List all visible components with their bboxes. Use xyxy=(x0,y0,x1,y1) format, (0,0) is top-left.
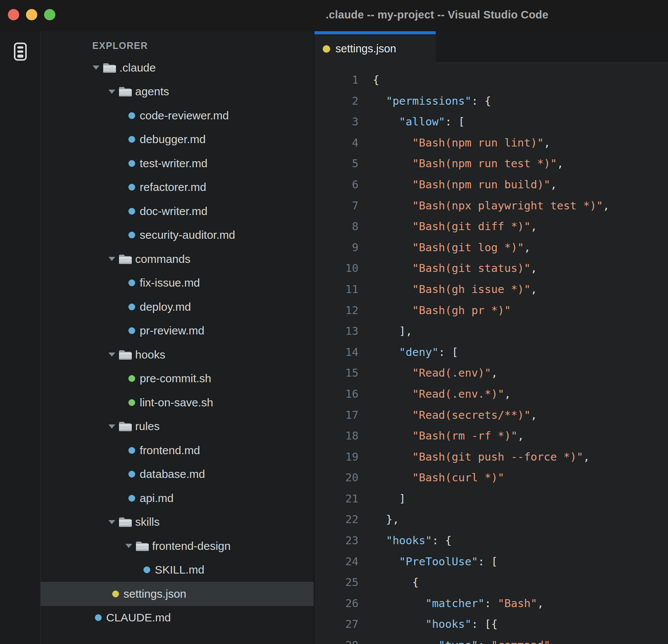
file-dot-icon xyxy=(112,591,119,597)
tree-item-deploy-md[interactable]: deploy.md xyxy=(41,295,314,319)
file-dot-icon xyxy=(143,566,150,573)
code-line: 20 "Bash(curl *)" xyxy=(314,467,668,488)
file-dot-icon xyxy=(128,375,135,382)
line-number: 22 xyxy=(314,509,358,530)
code-text: "Bash(gh issue *)", xyxy=(373,279,537,300)
tree-item-settings-json[interactable]: settings.json xyxy=(41,582,314,606)
zoom-window-button[interactable] xyxy=(44,9,55,20)
code-text: "hooks": { xyxy=(373,530,452,551)
tree-item-label: lint-on-save.sh xyxy=(140,396,213,409)
code-text: "allow": [ xyxy=(373,111,465,133)
tree-item-label: refactorer.md xyxy=(140,181,206,194)
tree-item-label: database.md xyxy=(140,468,205,481)
explorer-sidebar: EXPLORER .claudeagentscode-reviewer.mdde… xyxy=(41,31,314,644)
code-text: "Bash(rm -rf *)", xyxy=(373,426,524,447)
code-line: 24 "PreToolUse": [ xyxy=(314,551,668,572)
line-number: 4 xyxy=(314,133,358,154)
line-number: 13 xyxy=(314,321,358,342)
file-dot-icon xyxy=(128,208,135,215)
code-line: 11 "Bash(gh issue *)", xyxy=(314,279,668,300)
line-number: 9 xyxy=(314,237,358,258)
code-line: 14 "deny": [ xyxy=(314,342,668,363)
line-number: 3 xyxy=(314,111,358,133)
code-line: 13 ], xyxy=(314,321,668,342)
workbench: EXPLORER .claudeagentscode-reviewer.mdde… xyxy=(0,31,668,644)
chevron-down-icon xyxy=(108,424,118,429)
folder-icon xyxy=(118,516,132,528)
tree-item-rules[interactable]: rules xyxy=(41,415,314,439)
code-line: 18 "Bash(rm -rf *)", xyxy=(314,426,668,447)
window-title: .claude -- my-project -- Visual Studio C… xyxy=(326,0,548,29)
file-dot-icon xyxy=(128,160,135,167)
line-number: 1 xyxy=(314,70,358,91)
editor-content[interactable]: 1{2 "permissions": {3 "allow": [4 "Bash(… xyxy=(314,63,668,644)
tree-item-label: fix-issue.md xyxy=(140,276,200,289)
tree-item-label: agents xyxy=(135,85,169,98)
code-text: ] xyxy=(373,488,406,510)
code-text: "Bash(git push --force *)", xyxy=(373,447,590,468)
close-window-button[interactable] xyxy=(8,9,19,20)
line-number: 26 xyxy=(314,593,358,614)
tree-item-pr-review-md[interactable]: pr-review.md xyxy=(41,319,314,343)
code-text: { xyxy=(373,572,419,593)
tree-item-label: frontend.md xyxy=(140,444,200,457)
folder-icon xyxy=(102,62,116,73)
tree-item-claude-md[interactable]: CLAUDE.md xyxy=(41,606,314,630)
code-line: 17 "Read(secrets/**)", xyxy=(314,405,668,426)
folder-icon xyxy=(118,86,132,97)
file-dot-icon xyxy=(128,136,135,143)
tree-item-label: pr-review.md xyxy=(140,324,204,337)
tree-item-api-md[interactable]: api.md xyxy=(41,486,314,510)
explorer-list-icon[interactable] xyxy=(14,43,27,61)
tab-settings-json[interactable]: settings.json xyxy=(314,31,436,63)
vscode-window: .claude -- my-project -- Visual Studio C… xyxy=(0,0,668,644)
tree-item-label: deploy.md xyxy=(140,301,191,313)
code-text: "Bash(npm run lint)", xyxy=(373,133,550,154)
tree-item-doc-writer-md[interactable]: doc-writer.md xyxy=(41,199,314,223)
line-number: 12 xyxy=(314,300,358,321)
tree-item-hooks[interactable]: hooks xyxy=(41,343,314,367)
line-number: 6 xyxy=(314,174,358,195)
tree-item-test-writer-md[interactable]: test-writer.md xyxy=(41,151,314,175)
code-line: 25 { xyxy=(314,572,668,593)
tree-item-refactorer-md[interactable]: refactorer.md xyxy=(41,175,314,200)
code-text: ], xyxy=(373,321,412,342)
tree-item-pre-commit-sh[interactable]: pre-commit.sh xyxy=(41,367,314,391)
json-file-dot-icon xyxy=(323,45,330,53)
tree-item-database-md[interactable]: database.md xyxy=(41,462,314,487)
tree-item-lint-on-save-sh[interactable]: lint-on-save.sh xyxy=(41,391,314,415)
file-dot-icon xyxy=(128,399,135,406)
line-number: 10 xyxy=(314,258,358,279)
tree-item-fix-issue-md[interactable]: fix-issue.md xyxy=(41,271,314,295)
folder-icon xyxy=(118,349,132,360)
file-dot-icon xyxy=(128,304,135,310)
tree-item-code-reviewer-md[interactable]: code-reviewer.md xyxy=(41,104,314,128)
file-dot-icon xyxy=(128,447,135,454)
line-number: 21 xyxy=(314,488,358,510)
tree-item-debugger-md[interactable]: debugger.md xyxy=(41,128,314,152)
tree-item-skill-md[interactable]: SKILL.md xyxy=(41,558,314,582)
tree-item-agents[interactable]: agents xyxy=(41,80,314,104)
folder-icon xyxy=(118,421,132,432)
code-text: "Bash(gh pr *)" xyxy=(373,300,511,321)
file-dot-icon xyxy=(95,614,102,621)
tree-item--claude[interactable]: .claude xyxy=(41,56,314,80)
minimize-window-button[interactable] xyxy=(26,9,37,20)
line-number: 17 xyxy=(314,405,358,426)
chevron-down-icon xyxy=(108,257,118,261)
line-number: 16 xyxy=(314,384,358,405)
line-number: 27 xyxy=(314,614,358,635)
code-text: "Read(.env)", xyxy=(373,363,498,384)
tree-item-frontend-design[interactable]: frontend-design xyxy=(41,534,314,558)
line-number: 8 xyxy=(314,216,358,237)
tree-item-commands[interactable]: commands xyxy=(41,247,314,271)
title-bar: .claude -- my-project -- Visual Studio C… xyxy=(0,0,668,31)
code-text: "Bash(npm run test *)", xyxy=(373,153,563,174)
tree-item-security-auditor-md[interactable]: security-auditor.md xyxy=(41,223,314,247)
tree-item-label: rules xyxy=(135,420,160,433)
tree-item-frontend-md[interactable]: frontend.md xyxy=(41,438,314,462)
tree-item-skills[interactable]: skills xyxy=(41,510,314,534)
code-line: 10 "Bash(git status)", xyxy=(314,258,668,279)
code-text: "type": "command", xyxy=(373,635,557,644)
line-number: 15 xyxy=(314,363,358,384)
